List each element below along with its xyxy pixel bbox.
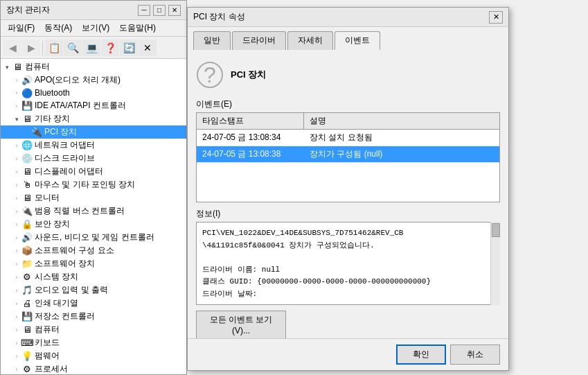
events-table-body[interactable]: 24-07-05 금 13:08:34 장치 설치 요청됨 24-07-05 금… [197, 130, 499, 202]
events-table-header: 타임스탬프 설명 [197, 113, 499, 130]
tree-item-print[interactable]: › 🖨 인쇄 대기열 [1, 297, 186, 310]
tree-item-display[interactable]: › 🖥 디스플레이 어댑터 [1, 165, 186, 178]
bluetooth-icon: 🔵 [21, 87, 33, 98]
dialog-titlebar: PCI 장치 속성 ✕ [188, 8, 508, 27]
tree-item-swdev[interactable]: › 📁 소프트웨어 장치 [1, 257, 186, 270]
tree-item-keyboard[interactable]: › ⌨ 키보드 [1, 336, 186, 349]
tree-item-swcomp[interactable]: › 📦 소프트웨어 구성 요소 [1, 244, 186, 257]
toolbar: ◀ ▶ 📋 🔍 💻 ❓ 🔄 ✕ [1, 37, 186, 59]
security-icon: 🔒 [21, 219, 33, 230]
network-icon: 🌐 [21, 140, 33, 151]
maximize-button[interactable]: □ [153, 5, 166, 16]
tab-details[interactable]: 자세히 [287, 31, 333, 50]
refresh-button[interactable]: 🔄 [120, 40, 138, 56]
apo-label: APO(오디오 처리 개체) [35, 74, 121, 86]
firmware-label: 펌웨어 [35, 350, 60, 362]
tree-item-apo[interactable]: › 🔊 APO(오디오 처리 개체) [1, 73, 186, 87]
info-box[interactable]: PCI\VEN_1022&DEV_14DE&SUBSYS_7D751462&RE… [196, 222, 500, 305]
display-label: 디스플레이 어댑터 [35, 166, 103, 177]
tree-item-monitor[interactable]: › 🖥 모니터 [1, 191, 186, 204]
window-controls: ─ □ ✕ [138, 5, 181, 16]
tree-item-sound[interactable]: › 🔊 사운드, 비디오 및 게임 컨트롤러 [1, 231, 186, 244]
device-header: ? PCI 장치 [196, 57, 500, 93]
ide-arrow: › [12, 101, 21, 111]
pci-icon: 🔌 [31, 127, 42, 138]
dialog-title: PCI 장치 속성 [193, 11, 245, 23]
tab-events[interactable]: 이벤트 [335, 31, 380, 50]
menu-view[interactable]: 보기(V) [78, 21, 114, 35]
mouse-icon: 🖱 [21, 180, 33, 191]
processor-icon: ⚙ [21, 364, 33, 375]
ok-button[interactable]: 확인 [396, 345, 446, 365]
tree-item-mouse[interactable]: › 🖱 마우스 및 기타 포인팅 장치 [1, 178, 186, 191]
tree-item-other[interactable]: ▾ 🖥 기타 장치 [1, 112, 186, 125]
info-scrollbar[interactable] [490, 222, 500, 305]
info-label: 정보(I) [196, 208, 500, 220]
dialog-close-button[interactable]: ✕ [489, 11, 503, 24]
pci-properties-dialog: PCI 장치 속성 ✕ 일반 드라이버 자세히 이벤트 ? PCI 장치 이벤트… [187, 7, 509, 371]
disk-icon: 💿 [21, 153, 33, 164]
mouse-label: 마우스 및 기타 포인팅 장치 [35, 179, 135, 191]
monitor-icon: 🖥 [21, 193, 33, 204]
minimize-button[interactable]: ─ [138, 5, 150, 16]
tree-item-bus[interactable]: › 🔌 범용 직렬 버스 컨트롤러 [1, 204, 186, 218]
info-section: 정보(I) PCI\VEN_1022&DEV_14DE&SUBSYS_7D751… [196, 208, 500, 305]
other-label: 기타 장치 [35, 113, 70, 125]
tree-item-security[interactable]: › 🔒 보안 장치 [1, 218, 186, 231]
events-table[interactable]: 타임스탬프 설명 24-07-05 금 13:08:34 장치 설치 요청됨 2… [196, 112, 500, 202]
swcomp-label: 소프트웨어 구성 요소 [35, 245, 114, 256]
sound-arrow: › [12, 233, 21, 243]
help-button[interactable]: ❓ [101, 40, 119, 56]
remove-button[interactable]: ✕ [139, 40, 157, 56]
tree-item-firmware[interactable]: › 💡 펌웨어 [1, 349, 186, 363]
tree-item-network[interactable]: › 🌐 네트워크 어댑터 [1, 139, 186, 152]
tree-item-processor[interactable]: › ⚙ 프로세서 [1, 363, 186, 374]
processor-arrow: › [12, 365, 21, 374]
table-row[interactable]: 24-07-05 금 13:08:34 장치 설치 요청됨 [197, 130, 499, 146]
view-events-button[interactable]: 모든 이벤트 보기(V)... [196, 311, 286, 338]
display-arrow: › [12, 167, 21, 177]
ide-icon: 💾 [21, 101, 33, 112]
pci-arrow [21, 128, 31, 137]
mouse-arrow: › [12, 180, 21, 190]
swdev-arrow: › [12, 259, 21, 269]
back-button[interactable]: ◀ [3, 40, 21, 56]
device-tree[interactable]: ▾ 🖥 컴퓨터 › 🔊 APO(오디오 처리 개체) › 🔵 Bluetooth… [1, 59, 186, 374]
menu-action[interactable]: 동작(A) [40, 21, 76, 35]
device-name: PCI 장치 [231, 69, 266, 81]
bus-label: 범용 직렬 버스 컨트롤러 [35, 205, 125, 217]
swdev-label: 소프트웨어 장치 [35, 258, 95, 270]
tree-item-root[interactable]: ▾ 🖥 컴퓨터 [1, 60, 186, 73]
forward-button[interactable]: ▶ [22, 40, 40, 56]
properties-button[interactable]: 📋 [45, 40, 63, 56]
device-icon-btn[interactable]: 💻 [82, 40, 100, 56]
close-button[interactable]: ✕ [168, 5, 181, 16]
tab-general[interactable]: 일반 [193, 31, 231, 50]
events-section: 이벤트(E) 타임스탬프 설명 24-07-05 금 13:08:34 장치 설… [196, 98, 500, 202]
audio-label: 오디오 입력 및 출력 [35, 284, 108, 296]
table-row[interactable]: 24-07-05 금 13:08:38 장치가 구성됨 (null) [197, 146, 499, 163]
tree-item-disk[interactable]: › 💿 디스크 드라이브 [1, 152, 186, 165]
menu-file[interactable]: 파일(F) [3, 21, 39, 35]
computer-arrow: › [12, 325, 21, 335]
device-icon-box: ? [196, 61, 224, 89]
scan-button[interactable]: 🔍 [64, 40, 82, 56]
tree-item-storage[interactable]: › 💾 저장소 컨트롤러 [1, 310, 186, 323]
computer-icon: 🖥 [12, 62, 23, 73]
pci-label: PCI 장치 [44, 126, 77, 138]
col-header-description: 설명 [304, 113, 499, 129]
scrollbar-thumb [492, 223, 500, 237]
swcomp-arrow: › [12, 246, 21, 256]
menu-help[interactable]: 도움말(H) [115, 21, 160, 35]
keyboard-icon: ⌨ [21, 338, 33, 349]
cancel-button[interactable]: 취소 [450, 345, 500, 365]
tree-item-computer[interactable]: › 🖥 컴퓨터 [1, 323, 186, 336]
col-header-timestamp: 타임스탬프 [197, 113, 304, 129]
tree-item-pci[interactable]: 🔌 PCI 장치 [1, 125, 186, 139]
event-desc-1: 장치 설치 요청됨 [304, 130, 499, 146]
tree-item-bluetooth[interactable]: › 🔵 Bluetooth [1, 87, 186, 99]
tree-item-ide[interactable]: › 💾 IDE ATA/ATAPI 컨트롤러 [1, 99, 186, 112]
tree-item-system[interactable]: › ⚙ 시스템 장치 [1, 270, 186, 284]
tab-driver[interactable]: 드라이버 [232, 31, 286, 50]
tree-item-audio[interactable]: › 🎵 오디오 입력 및 출력 [1, 284, 186, 297]
